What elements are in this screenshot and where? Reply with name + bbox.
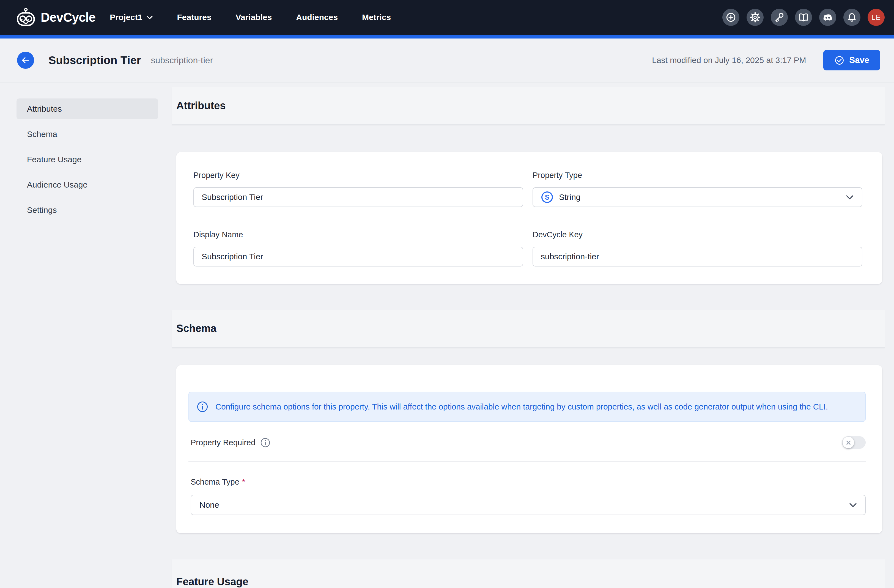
page-key: subscription-tier [151, 55, 213, 65]
open-book-icon [798, 12, 809, 23]
settings-button[interactable] [746, 9, 764, 26]
display-name-field-group: Display Name [193, 230, 523, 267]
property-type-select[interactable]: S String [533, 187, 862, 207]
content-area: Attributes Property Key Property Type S … [172, 87, 885, 588]
property-key-field-group: Property Key [193, 171, 523, 207]
main-nav: Project1 Features Variables Audiences Me… [110, 13, 415, 22]
devcycle-robot-icon [16, 8, 36, 27]
devcycle-logo[interactable]: DevCycle [16, 8, 95, 27]
sidebar-item-schema[interactable]: Schema [17, 124, 158, 145]
schema-type-select[interactable]: None [190, 495, 866, 515]
toggle-knob [843, 437, 854, 448]
brand-wordmark: DevCycle [41, 10, 95, 25]
add-button[interactable] [722, 9, 739, 26]
attributes-section-header: Attributes [172, 87, 885, 125]
chevron-down-icon [146, 15, 153, 20]
property-type-field-group: Property Type S String [533, 171, 862, 207]
nav-project-selector[interactable]: Project1 [110, 13, 153, 22]
nav-metrics[interactable]: Metrics [362, 13, 391, 22]
display-name-input[interactable] [193, 247, 523, 267]
property-required-label: Property Required [190, 438, 255, 447]
last-modified-text: Last modified on July 16, 2025 at 3:17 P… [652, 56, 806, 65]
key-icon [774, 12, 785, 23]
sidebar-item-audience-usage[interactable]: Audience Usage [17, 174, 158, 195]
back-button[interactable] [17, 52, 34, 69]
schema-type-value: None [199, 500, 219, 510]
property-required-toggle[interactable] [842, 436, 866, 449]
bell-icon [846, 12, 858, 23]
sidebar-item-feature-usage[interactable]: Feature Usage [17, 149, 158, 170]
nav-features[interactable]: Features [177, 13, 211, 22]
save-button[interactable]: Save [823, 50, 880, 71]
property-required-label-wrap: Property Required [190, 437, 270, 448]
property-key-label: Property Key [193, 171, 523, 180]
feature-usage-heading: Feature Usage [176, 576, 248, 588]
documentation-button[interactable] [795, 9, 812, 26]
schema-type-label: Schema Type [190, 478, 239, 487]
chevron-down-icon [849, 503, 857, 507]
schema-card: Configure schema options for this proper… [176, 365, 882, 533]
devcycle-key-label: DevCycle Key [533, 230, 862, 239]
chevron-down-icon [846, 195, 853, 200]
schema-type-label-wrap: Schema Type * [190, 478, 866, 487]
schema-info-banner-text: Configure schema options for this proper… [215, 402, 828, 412]
property-type-value: String [559, 193, 580, 202]
nav-audiences[interactable]: Audiences [296, 13, 338, 22]
property-type-label: Property Type [533, 171, 862, 180]
section-sidebar: Attributes Schema Feature Usage Audience… [17, 98, 158, 225]
discord-icon [822, 12, 833, 23]
display-name-label: Display Name [193, 230, 523, 239]
user-avatar[interactable]: LE [868, 9, 885, 26]
schema-heading: Schema [176, 323, 216, 335]
discord-button[interactable] [819, 9, 836, 26]
schema-info-banner: Configure schema options for this proper… [189, 392, 866, 422]
api-keys-button[interactable] [771, 9, 788, 26]
attributes-card: Property Key Property Type S String Disp… [176, 152, 882, 284]
attributes-heading: Attributes [176, 100, 225, 112]
nav-variables[interactable]: Variables [236, 13, 272, 22]
notifications-button[interactable] [843, 9, 861, 26]
page-header: Subscription Tier subscription-tier Last… [0, 39, 894, 83]
schema-card-divider [189, 461, 866, 461]
property-required-info-icon[interactable] [260, 437, 270, 448]
sidebar-item-settings[interactable]: Settings [17, 200, 158, 220]
main-layout: Attributes Schema Feature Usage Audience… [0, 83, 894, 588]
info-circle-icon [197, 401, 208, 413]
gear-icon [750, 12, 761, 23]
property-required-row: Property Required [189, 436, 866, 449]
save-button-label: Save [849, 55, 869, 65]
x-icon [846, 440, 851, 445]
devcycle-key-input[interactable] [533, 247, 862, 267]
page-title: Subscription Tier [48, 54, 141, 67]
check-circle-icon [834, 55, 844, 65]
top-navbar: DevCycle Project1 Features Variables Aud… [0, 0, 894, 35]
plus-circle-icon [725, 12, 736, 23]
string-type-icon: S [541, 191, 553, 203]
arrow-left-icon [21, 55, 30, 65]
schema-section-header: Schema [172, 310, 885, 348]
accent-bar [0, 35, 894, 39]
feature-usage-section-header: Feature Usage [172, 559, 885, 588]
required-asterisk: * [242, 478, 245, 487]
devcycle-key-field-group: DevCycle Key [533, 230, 862, 267]
schema-type-field-group: Schema Type * None [189, 478, 866, 515]
property-key-input[interactable] [193, 187, 523, 207]
sidebar-item-attributes[interactable]: Attributes [17, 98, 158, 119]
navbar-actions: LE [722, 9, 885, 26]
